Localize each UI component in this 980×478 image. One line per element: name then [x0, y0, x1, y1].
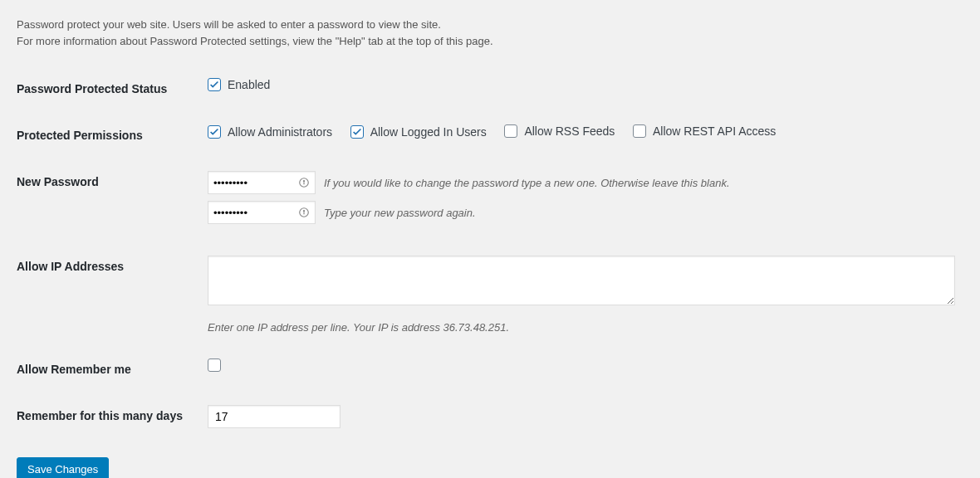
remember-days-label: Remember for this many days: [17, 393, 199, 441]
save-changes-button[interactable]: Save Changes: [17, 457, 109, 478]
remember-me-label: Allow Remember me: [17, 346, 199, 393]
new-password-label: New Password: [17, 159, 199, 243]
check-icon: [208, 79, 220, 90]
enabled-checkbox[interactable]: [208, 78, 221, 91]
svg-rect-2: [303, 182, 304, 184]
key-icon: [297, 206, 311, 219]
svg-point-1: [303, 180, 305, 182]
allow-ip-desc: Enter one IP address per line. Your IP i…: [208, 321, 955, 334]
allow-admins-checkbox[interactable]: [208, 125, 221, 139]
allow-rss-label[interactable]: Allow RSS Feeds: [524, 124, 615, 138]
key-icon: [297, 176, 311, 189]
check-icon: [208, 126, 220, 138]
enabled-checkbox-label[interactable]: Enabled: [228, 78, 270, 91]
allow-ip-textarea[interactable]: [208, 256, 955, 305]
allow-rest-api-label[interactable]: Allow REST API Access: [653, 124, 776, 138]
allow-rest-api-checkbox[interactable]: [633, 124, 646, 138]
permissions-label: Protected Permissions: [17, 112, 199, 159]
new-password-desc1: If you would like to change the password…: [324, 177, 730, 189]
confirm-password-desc: Type your new password again.: [324, 207, 476, 219]
status-label: Password Protected Status: [17, 66, 199, 112]
allow-logged-in-checkbox[interactable]: [350, 125, 364, 139]
remember-days-input[interactable]: [208, 405, 341, 428]
allow-rss-checkbox[interactable]: [504, 124, 517, 138]
allow-logged-in-label[interactable]: Allow Logged In Users: [370, 125, 487, 139]
svg-point-4: [303, 210, 305, 212]
allow-admins-label[interactable]: Allow Administrators: [228, 125, 332, 139]
intro-line-1: Password protect your web site. Users wi…: [17, 18, 441, 31]
allow-ip-label: Allow IP Addresses: [17, 243, 199, 346]
intro-line-2: For more information about Password Prot…: [17, 35, 493, 47]
remember-me-checkbox[interactable]: [208, 358, 221, 372]
svg-rect-5: [303, 212, 304, 214]
check-icon: [351, 126, 363, 138]
intro-text: Password protect your web site. Users wi…: [17, 17, 963, 49]
